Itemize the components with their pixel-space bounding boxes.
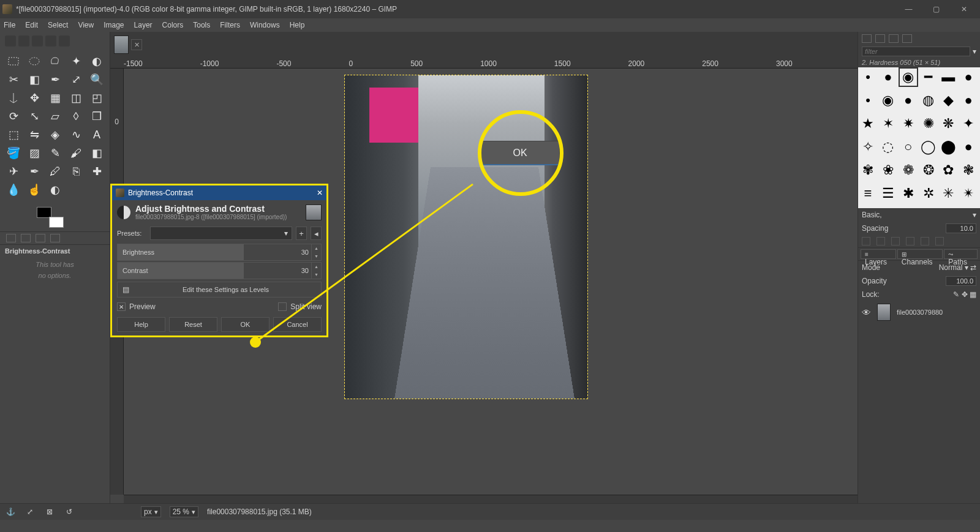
history-tab[interactable] [902,34,912,43]
spin-down-icon[interactable]: ▼ [312,271,321,279]
brush-filter-input[interactable] [862,47,970,56]
scissors-tool[interactable]: ✂ [5,72,22,87]
move-tool[interactable]: ✥ [26,91,43,105]
brush-item[interactable]: ✲ [920,185,937,202]
blend-mode-value[interactable]: Normal [939,263,963,272]
menu-image[interactable]: Image [104,21,124,29]
layers-tab[interactable]: ≡ Layers [861,249,896,259]
ok-button[interactable]: OK [221,317,270,332]
menu-edit[interactable]: Edit [25,21,38,29]
paths-tool[interactable]: ✒ [47,72,64,87]
brush-item[interactable]: ❋ [940,115,957,132]
menu-layer[interactable]: Layer [134,21,153,29]
menu-colors[interactable]: Colors [162,21,184,29]
preset-menu-button[interactable]: ◂ [311,227,322,240]
chevron-down-icon[interactable]: ▾ [973,47,976,56]
sb-close-icon[interactable]: ⊠ [44,506,55,517]
horizontal-scrollbar[interactable] [124,495,858,503]
brush-item[interactable]: ● [960,69,977,86]
menu-windows[interactable]: Windows [250,21,280,29]
menu-filters[interactable]: Filters [220,21,240,29]
crop-tool[interactable]: ◫ [67,91,85,105]
brush-item[interactable]: ⬤ [940,138,957,155]
airbrush-tool[interactable]: ✈ [5,164,22,179]
by-color-select-tool[interactable]: ◐ [88,54,105,69]
menu-view[interactable]: View [78,21,94,29]
brush-item[interactable]: ✾ [859,162,876,179]
dodge-burn-tool[interactable]: ◐ [47,182,64,197]
maximize-button[interactable]: ▢ [922,0,950,18]
gradient-tool[interactable]: ▨ [26,146,43,160]
brush-item[interactable]: ✦ [960,115,977,132]
layer-row[interactable]: 👁 file0003079880 [858,301,980,323]
sb-expand-icon[interactable]: ⤢ [24,506,36,517]
pencil-tool[interactable]: ✎ [47,146,64,160]
brush-item[interactable]: ≡ [859,185,876,202]
unified-transform-tool[interactable]: ◰ [88,91,105,105]
new-brush-icon[interactable] [876,237,885,245]
layer-name[interactable]: file0003079880 [897,309,943,316]
brush-item[interactable]: • [859,92,876,109]
brush-item[interactable]: ● [960,92,977,109]
rect-select-tool[interactable] [5,54,22,69]
device-status-tab[interactable] [21,234,31,242]
brush-item[interactable]: ✺ [920,115,937,132]
sb-reset-icon[interactable]: ↺ [64,506,75,517]
eraser-tool[interactable]: ◧ [88,146,105,160]
brushes-tab[interactable] [862,34,872,43]
text-tool[interactable]: A [88,127,105,142]
background-color[interactable] [49,217,64,228]
color-picker-tool[interactable]: ⤢ [67,72,85,87]
delete-brush-icon[interactable] [906,237,914,245]
menu-file[interactable]: File [4,21,15,29]
brush-item[interactable]: ✿ [940,162,957,179]
reset-button[interactable]: Reset [169,317,217,332]
brush-item[interactable]: • [859,69,876,86]
brightness-value[interactable]: 30 [301,249,309,256]
brush-item[interactable]: ◍ [920,92,937,109]
align-tool[interactable]: ▦ [47,91,64,105]
brush-item[interactable]: ✴ [960,185,977,202]
dialog-close-button[interactable]: ✕ [317,189,323,197]
ink-tool[interactable]: ✒ [26,164,43,179]
brush-item[interactable]: ✷ [900,115,917,132]
zoom-tool[interactable]: 🔍 [88,72,105,87]
minimize-button[interactable]: — [895,0,922,18]
chevron-down-icon[interactable]: ▾ [973,211,976,219]
brush-item[interactable]: ❁ [900,162,917,179]
contrast-value[interactable]: 30 [301,267,309,274]
menu-help[interactable]: Help [290,21,305,29]
brush-item[interactable]: ○ [900,138,917,155]
help-button[interactable]: Help [117,317,165,332]
3d-transform-tool[interactable]: ❒ [88,109,105,124]
close-window-button[interactable]: ✕ [950,0,978,18]
mypaint-brush-tool[interactable]: 🖊 [47,164,64,179]
smudge-tool[interactable]: ☝ [26,182,43,197]
brush-item[interactable]: ✧ [859,138,876,155]
menu-tools[interactable]: Tools [193,21,210,29]
measure-tool[interactable] [5,91,22,105]
spin-up-icon[interactable]: ▲ [312,244,321,252]
brush-item[interactable]: ❀ [880,162,897,179]
ellipse-select-tool[interactable] [26,54,43,69]
brush-item[interactable]: ◉ [880,92,897,109]
heal-tool[interactable]: ✚ [88,164,105,179]
free-select-tool[interactable] [47,54,64,69]
shear-tool[interactable]: ▱ [47,109,64,124]
brush-item[interactable]: ● [900,92,917,109]
spacing-input[interactable] [946,223,976,233]
tool-options-tab[interactable] [6,234,16,242]
foreground-select-tool[interactable]: ◧ [26,72,43,87]
brush-item[interactable]: ━ [920,69,937,86]
opacity-input[interactable] [946,276,976,286]
brightness-slider[interactable]: Brightness 30 ▲▼ [117,244,322,261]
rotate-tool[interactable]: ⟳ [5,109,22,124]
paintbrush-tool[interactable]: 🖌 [67,146,85,160]
sb-anchor-icon[interactable]: ⚓ [5,506,16,517]
brush-item[interactable]: ◌ [880,138,897,155]
layer-visibility-icon[interactable]: 👁 [862,307,871,318]
undo-history-tab[interactable] [36,234,45,242]
spin-down-icon[interactable]: ▼ [312,252,321,260]
paths-tab[interactable]: ⤳ Paths [944,249,978,259]
patterns-tab[interactable] [875,34,885,43]
